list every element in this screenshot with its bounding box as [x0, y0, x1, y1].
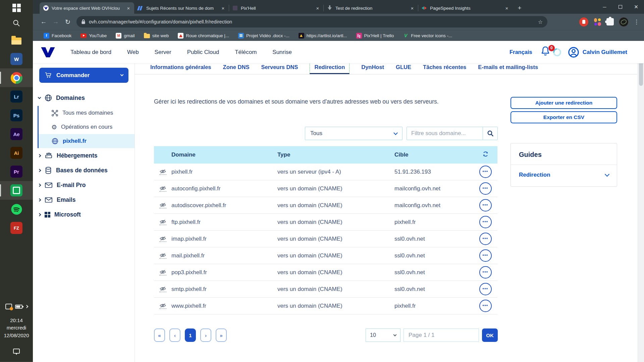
close-window-button[interactable]: ×	[628, 0, 644, 14]
prev-page-button[interactable]: ‹	[169, 328, 180, 342]
bookmark-site-web[interactable]: site web	[144, 33, 169, 38]
last-page-button[interactable]: »	[216, 328, 227, 342]
battery-icon[interactable]	[15, 305, 22, 309]
type-filter-select[interactable]: Tous	[305, 127, 402, 140]
bookmark-facebook[interactable]: Facebook	[44, 33, 71, 39]
bookmark-gmail[interactable]: gmail	[116, 33, 135, 39]
tab-dynhost[interactable]: DynHost	[361, 64, 384, 74]
bookmark-roue-chromatique[interactable]: Roue chromatique |...	[178, 33, 229, 39]
search-button[interactable]	[483, 127, 497, 140]
browser-profile-avatar[interactable]	[619, 17, 629, 27]
file-explorer-button[interactable]	[0, 31, 33, 50]
sidebar-section-bases-de-donnees[interactable]: Bases de données	[33, 163, 135, 178]
tab-redirection[interactable]: Redirection	[310, 62, 350, 74]
reload-button[interactable]: ↻	[62, 16, 74, 28]
address-bar[interactable]: ovh.com/manager/web/#/configuration/doma…	[76, 16, 547, 27]
browser-tab-pixhell[interactable]: Pix'Hell ×	[229, 2, 323, 14]
tab-taches-recentes[interactable]: Tâches récentes	[423, 64, 466, 74]
sidebar-item-operations-en-cours[interactable]: ⚙ Opérations en cours	[39, 120, 135, 134]
next-page-button[interactable]: ›	[200, 328, 211, 342]
guides-redirection-link[interactable]: Redirection	[519, 172, 609, 178]
hidden-eye-icon[interactable]	[159, 253, 166, 259]
ok-button[interactable]: OK	[482, 328, 498, 342]
bookmark-flaticon[interactable]: Free vector icons -...	[403, 33, 452, 39]
close-tab-icon[interactable]: ×	[409, 5, 415, 11]
tab-serveurs-dns[interactable]: Serveurs DNS	[261, 64, 298, 74]
premiere-button[interactable]	[0, 162, 33, 181]
user-menu[interactable]: Calvin Guillemet	[568, 47, 627, 58]
sidebar-item-tous-mes-domaines[interactable]: Tous mes domaines	[39, 106, 135, 120]
tab-informations-generales[interactable]: Informations générales	[150, 64, 211, 74]
row-actions-button[interactable]: •••	[479, 266, 492, 279]
sidebar-section-email-pro[interactable]: E-mail Pro	[33, 178, 135, 192]
forward-button[interactable]: →	[50, 16, 62, 28]
browser-tab-forum[interactable]: Sujets Récents sur Noms de dom ×	[134, 2, 229, 14]
close-tab-icon[interactable]: ×	[125, 5, 131, 11]
hidden-eye-icon[interactable]	[159, 186, 166, 192]
refresh-button[interactable]	[482, 150, 489, 159]
rotation-lock-icon[interactable]	[5, 304, 12, 309]
page-number-input[interactable]	[404, 328, 479, 342]
adblock-extension-icon[interactable]	[579, 17, 588, 26]
bookmark-artlist[interactable]: https://artlist.io/artl...	[299, 33, 347, 39]
ovh-logo[interactable]	[40, 47, 56, 57]
nav-telecom[interactable]: Télécom	[235, 49, 257, 56]
spotify-button[interactable]	[0, 200, 33, 219]
browser-menu-icon[interactable]: ⋮	[634, 18, 639, 25]
bookmark-projet-video[interactable]: Projet Vidéo .docx -...	[238, 33, 289, 39]
start-button[interactable]	[0, 0, 33, 15]
bookmark-youtube[interactable]: YouTube	[80, 33, 107, 38]
sidebar-section-domaines[interactable]: Domaines	[33, 92, 135, 104]
nav-web[interactable]: Web	[127, 49, 139, 56]
illustrator-button[interactable]	[0, 143, 33, 162]
nav-public-cloud[interactable]: Public Cloud	[187, 49, 219, 56]
after-effects-button[interactable]	[0, 125, 33, 143]
sidebar-section-emails[interactable]: Emails	[33, 192, 135, 207]
bookmark-star-icon[interactable]: ☆	[538, 19, 543, 25]
subdomain-filter-input[interactable]	[407, 130, 483, 137]
lightroom-button[interactable]	[0, 87, 33, 106]
row-actions-button[interactable]: •••	[479, 182, 492, 195]
bookmark-trello[interactable]: Pix'Hell | Trello	[356, 33, 394, 39]
notifications-button[interactable]: 0	[540, 46, 560, 59]
hidden-eye-icon[interactable]	[159, 169, 166, 175]
browser-tab-ovh[interactable]: Votre espace client Web OVHclou ×	[40, 2, 134, 14]
close-tab-icon[interactable]: ×	[315, 5, 321, 11]
language-selector[interactable]: Français	[509, 49, 532, 55]
taskbar-search-button[interactable]	[0, 15, 33, 31]
order-button[interactable]: Commander	[39, 68, 128, 83]
filezilla-button[interactable]	[0, 219, 33, 237]
per-page-select[interactable]: 10	[366, 328, 400, 342]
restore-button[interactable]	[612, 0, 628, 14]
tab-emails-mailing-lists[interactable]: E-mails et mailing-lists	[478, 64, 538, 74]
page-scrollbar[interactable]	[638, 41, 644, 362]
nav-tableau-de-bord[interactable]: Tableau de bord	[70, 49, 111, 56]
sidebar-item-pixhell[interactable]: pixhell.fr	[39, 134, 135, 148]
row-actions-button[interactable]: •••	[479, 199, 492, 212]
nav-sunrise[interactable]: Sunrise	[272, 49, 292, 56]
tray-expand-icon[interactable]	[25, 305, 28, 308]
colored-dots-extension-icon[interactable]	[593, 18, 601, 26]
browser-tab-redirect-test[interactable]: Test de redirection ×	[323, 2, 418, 14]
add-redirection-button[interactable]: Ajouter une redirection	[511, 97, 617, 109]
minimize-button[interactable]: ─	[597, 0, 612, 14]
row-actions-button[interactable]: •••	[479, 216, 492, 228]
tab-zone-dns[interactable]: Zone DNS	[223, 64, 250, 74]
row-actions-button[interactable]: •••	[479, 283, 492, 295]
word-button[interactable]	[0, 50, 33, 68]
row-actions-button[interactable]: •••	[479, 249, 492, 262]
hidden-eye-icon[interactable]	[159, 202, 166, 208]
new-tab-button[interactable]: +	[515, 3, 525, 13]
tab-glue[interactable]: GLUE	[396, 64, 411, 74]
browser-tab-pagespeed[interactable]: PageSpeed Insights ×	[418, 2, 513, 14]
row-actions-button[interactable]: •••	[479, 233, 492, 245]
hidden-eye-icon[interactable]	[159, 236, 166, 242]
extensions-puzzle-icon[interactable]	[606, 18, 614, 25]
action-center-button[interactable]	[0, 341, 33, 362]
hidden-eye-icon[interactable]	[159, 303, 166, 309]
nav-server[interactable]: Server	[155, 49, 171, 56]
close-tab-icon[interactable]: ×	[504, 5, 510, 11]
row-actions-button[interactable]: •••	[479, 300, 492, 312]
first-page-button[interactable]: «	[154, 328, 165, 342]
row-actions-button[interactable]: •••	[479, 166, 492, 178]
